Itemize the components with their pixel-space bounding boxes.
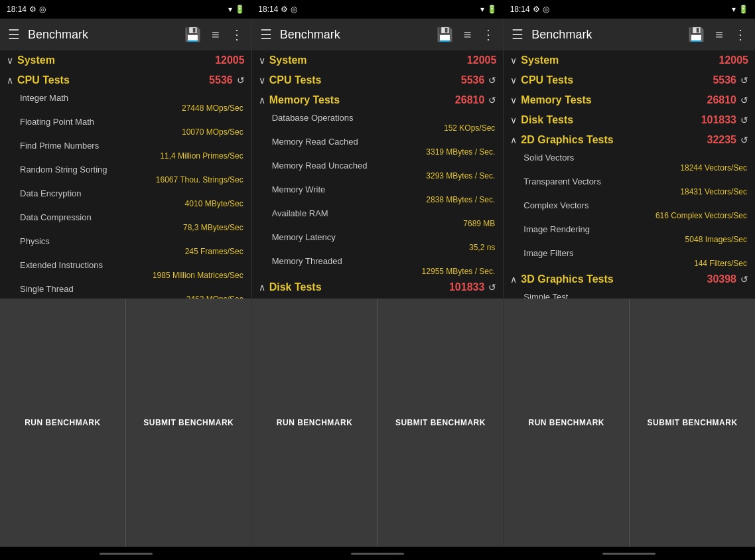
test-row-mem-read-uncached-2: Memory Read Uncached 3293 MBytes / Sec.: [259, 158, 504, 182]
wifi-icon-2: ▾: [480, 5, 484, 14]
more-icon-2[interactable]: ⋮: [479, 24, 498, 45]
section-header-2d-3[interactable]: ∧ 2D Graphics Tests 32235 ↺: [504, 130, 755, 150]
test-value-physics-1: 245 Frames/Sec: [20, 247, 243, 256]
refresh-memory-3[interactable]: ↺: [740, 95, 748, 105]
hamburger-icon-3[interactable]: ☰: [509, 24, 526, 45]
chevron-cpu-3[interactable]: ∨: [510, 75, 517, 86]
save-icon-1[interactable]: 💾: [182, 24, 204, 45]
section-score-system-3: 12005: [719, 54, 749, 66]
test-row-db-ops-2: Database Operations 152 KOps/Sec: [259, 110, 504, 134]
test-value-trans-vec-3: 18431 Vectors/Sec: [523, 187, 747, 196]
toolbar-2: ☰ Benchmark 💾 ≡ ⋮: [252, 19, 504, 50]
hamburger-icon-2[interactable]: ☰: [257, 24, 275, 45]
refresh-memory-2[interactable]: ↺: [488, 95, 496, 105]
section-score-cpu-3: 5536: [713, 74, 736, 86]
content-1: ∨ System 12005 ∧ CPU Tests 5536 ↺ Intege…: [0, 50, 251, 299]
chevron-system-1[interactable]: ∨: [7, 55, 13, 66]
save-icon-2[interactable]: 💾: [434, 24, 456, 45]
save-icon-3[interactable]: 💾: [685, 24, 707, 45]
run-benchmark-btn-2[interactable]: RUN BENCHMARK: [252, 299, 378, 547]
section-header-cpu-2[interactable]: ∨ CPU Tests 5536 ↺: [252, 70, 504, 90]
test-name-img-filter-3: Image Filters: [523, 248, 573, 258]
refresh-cpu-1[interactable]: ↺: [237, 75, 245, 86]
refresh-2d-3[interactable]: ↺: [740, 135, 748, 145]
bottom-buttons-1: RUN BENCHMARK SUBMIT BENCHMARK: [0, 299, 251, 547]
submit-benchmark-btn-3[interactable]: SUBMIT BENCHMARK: [630, 299, 755, 547]
section-title-3d-3: 3D Graphics Tests: [521, 273, 707, 285]
chevron-2d-3[interactable]: ∧: [510, 135, 517, 145]
status-left-3: 18:14 ⚙ ◎: [510, 5, 549, 14]
section-score-system-1: 12005: [215, 54, 245, 66]
chevron-system-3[interactable]: ∨: [510, 55, 517, 66]
test-value-avail-ram-2: 7689 MB: [272, 219, 496, 228]
test-value-string-1: 16067 Thou. Strings/Sec: [20, 175, 243, 184]
section-header-disk-3[interactable]: ∨ Disk Tests 101833 ↺: [504, 110, 755, 130]
bottom-buttons-3: RUN BENCHMARK SUBMIT BENCHMARK: [504, 299, 755, 547]
section-header-memory-2[interactable]: ∧ Memory Tests 26810 ↺: [252, 90, 504, 110]
chevron-disk-3[interactable]: ∨: [510, 115, 517, 125]
section-score-memory-3: 26810: [707, 94, 737, 106]
section-title-cpu-3: CPU Tests: [521, 74, 713, 86]
menu-icon-1[interactable]: ≡: [209, 25, 222, 45]
test-name-mem-latency-2: Memory Latency: [272, 232, 336, 242]
test-name-mem-read-cached-2: Memory Read Cached: [272, 137, 358, 147]
section-header-cpu-3[interactable]: ∨ CPU Tests 5536 ↺: [504, 70, 755, 90]
section-header-cpu-1[interactable]: ∧ CPU Tests 5536 ↺: [0, 70, 251, 90]
chevron-cpu-1[interactable]: ∧: [7, 75, 13, 86]
more-icon-3[interactable]: ⋮: [731, 24, 750, 45]
test-value-encrypt-1: 4010 MByte/Sec: [20, 199, 243, 208]
location-icon-1: ◎: [39, 5, 46, 14]
refresh-disk-2[interactable]: ↺: [488, 282, 496, 293]
test-name-ext-1: Extended Instructions: [20, 260, 103, 270]
test-row-trans-vec-3: Transparent Vectors 18431 Vectors/Sec: [510, 174, 755, 198]
test-name-avail-ram-2: Available RAM: [272, 208, 328, 218]
status-panel-3: 18:14 ⚙ ◎ ▾ 🔋: [504, 0, 755, 19]
chevron-system-2[interactable]: ∨: [259, 55, 265, 66]
test-row-ext-1: Extended Instructions 1985 Million Matri…: [7, 257, 251, 281]
hamburger-icon-1[interactable]: ☰: [5, 24, 23, 45]
test-value-complex-vec-3: 616 Complex Vectors/Sec: [523, 211, 747, 220]
chevron-memory-2[interactable]: ∧: [259, 95, 265, 105]
chevron-cpu-2[interactable]: ∨: [259, 75, 265, 86]
section-header-3d-3[interactable]: ∧ 3D Graphics Tests 30398 ↺: [504, 269, 755, 289]
test-name-prime-1: Find Prime Numbers: [20, 141, 99, 151]
test-row-solid-vec-3: Solid Vectors 18244 Vectors/Sec: [510, 150, 755, 174]
test-value-ext-1: 1985 Million Matrices/Sec: [20, 271, 243, 280]
test-value-img-filter-3: 144 Filters/Sec: [523, 259, 747, 268]
section-score-system-2: 12005: [467, 54, 497, 66]
refresh-disk-3[interactable]: ↺: [740, 115, 748, 125]
content-2: ∨ System 12005 ∨ CPU Tests 5536 ↺ ∧ Memo…: [252, 50, 504, 299]
section-header-disk-2[interactable]: ∧ Disk Tests 101833 ↺: [252, 277, 504, 297]
refresh-cpu-2[interactable]: ↺: [488, 75, 496, 86]
menu-icon-3[interactable]: ≡: [713, 25, 726, 45]
section-header-memory-3[interactable]: ∨ Memory Tests 26810 ↺: [504, 90, 755, 110]
refresh-3d-3[interactable]: ↺: [740, 274, 748, 285]
content-3: ∨ System 12005 ∨ CPU Tests 5536 ↺ ∨ Memo…: [504, 50, 755, 299]
test-name-string-1: Random String Sorting: [20, 165, 107, 175]
test-row-complex-vec-3: Complex Vectors 616 Complex Vectors/Sec: [510, 198, 755, 222]
run-benchmark-btn-1[interactable]: RUN BENCHMARK: [0, 299, 126, 547]
test-value-mem-read-uncached-2: 3293 MBytes / Sec.: [272, 171, 496, 180]
chevron-disk-2[interactable]: ∧: [259, 282, 265, 293]
chevron-memory-3[interactable]: ∨: [510, 95, 517, 105]
more-icon-1[interactable]: ⋮: [228, 24, 246, 45]
section-header-system-1[interactable]: ∨ System 12005: [0, 50, 251, 70]
menu-icon-2[interactable]: ≡: [461, 25, 474, 45]
submit-benchmark-btn-1[interactable]: SUBMIT BENCHMARK: [126, 299, 251, 547]
test-row-physics-1: Physics 245 Frames/Sec: [7, 234, 251, 257]
chevron-3d-3[interactable]: ∧: [510, 274, 517, 285]
home-bar-3: [602, 553, 655, 555]
section-title-disk-3: Disk Tests: [521, 114, 701, 126]
status-bar: 18:14 ⚙ ◎ ▾ 🔋 18:14 ⚙ ◎ ▾ 🔋 18:14 ⚙ ◎ ▾ …: [0, 0, 755, 19]
section-score-disk-3: 101833: [701, 114, 736, 126]
section-header-system-2[interactable]: ∨ System 12005: [252, 50, 504, 70]
section-header-system-3[interactable]: ∨ System 12005: [504, 50, 755, 70]
submit-benchmark-btn-2[interactable]: SUBMIT BENCHMARK: [378, 299, 504, 547]
status-right-1: ▾ 🔋: [228, 5, 245, 14]
run-benchmark-btn-3[interactable]: RUN BENCHMARK: [504, 299, 630, 547]
test-row-prime-1: Find Prime Numbers 11,4 Million Primes/S…: [7, 138, 251, 162]
test-name-solid-vec-3: Solid Vectors: [523, 153, 574, 163]
location-icon-3: ◎: [543, 5, 549, 14]
refresh-cpu-3[interactable]: ↺: [740, 75, 748, 86]
status-panel-1: 18:14 ⚙ ◎ ▾ 🔋: [0, 0, 251, 19]
